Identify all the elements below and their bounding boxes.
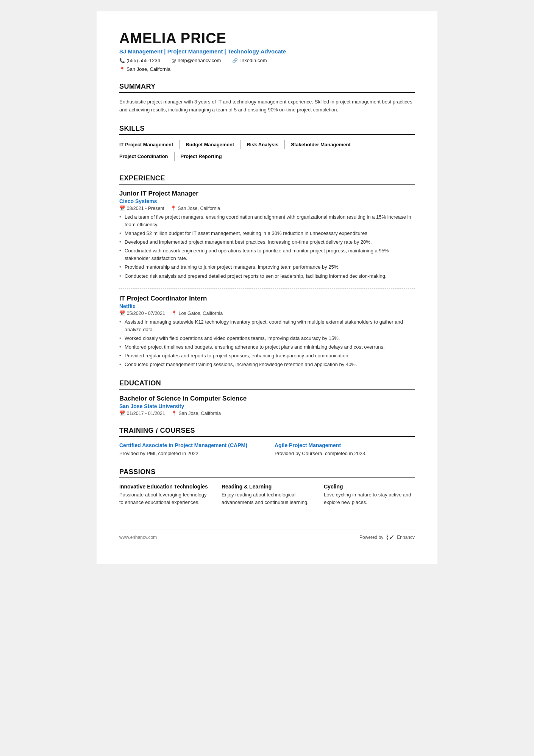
- phone-icon: 📞: [119, 58, 125, 63]
- email-icon: @: [172, 58, 176, 63]
- powered-by-label: Powered by: [359, 535, 383, 540]
- edu-school: San Jose State University: [119, 403, 415, 409]
- training-name-1: Certified Associate in Project Managemen…: [119, 442, 259, 448]
- skill-coordination: Project Coordination: [119, 152, 175, 161]
- job-title-2: IT Project Coordinator Intern: [119, 295, 415, 302]
- skill-stakeholder: Stakeholder Management: [291, 140, 357, 149]
- edu-meta: 📅 01/2017 - 01/2021 📍 San Jose, Californ…: [119, 410, 415, 416]
- bullets-1: Led a team of five project managers, ens…: [119, 213, 415, 280]
- passion-desc-1: Passionate about leveraging technology t…: [119, 491, 210, 506]
- passions-section: PASSIONS Innovative Education Technologi…: [119, 468, 415, 506]
- education-entry-1: Bachelor of Science in Computer Science …: [119, 395, 415, 416]
- header: AMELIA PRICE SJ Management | Project Man…: [119, 30, 415, 72]
- company-2: Netflix: [119, 303, 415, 309]
- passion-title-3: Cycling: [324, 484, 415, 490]
- location-icon-1: 📍 San Jose, California: [170, 205, 220, 211]
- phone-number: (555) 555-1234: [126, 58, 160, 63]
- training-desc-1: Provided by PMI, completed in 2022.: [119, 450, 259, 457]
- brand-name: Enhancv: [397, 535, 415, 540]
- bullet-2-4: Provided regular updates and reports to …: [119, 352, 415, 360]
- calendar-icon-1: 📅 08/2021 - Present: [119, 205, 164, 211]
- location-icon: 📍: [119, 67, 125, 72]
- experience-divider: [119, 288, 415, 289]
- passion-desc-2: Enjoy reading about technological advanc…: [222, 491, 312, 506]
- passions-grid: Innovative Education Technologies Passio…: [119, 484, 415, 506]
- location-contact: 📍 San Jose, California: [119, 66, 170, 72]
- summary-heading: SUMMARY: [119, 83, 415, 93]
- resume-page: AMELIA PRICE SJ Management | Project Man…: [97, 11, 437, 564]
- passion-item-2: Reading & Learning Enjoy reading about t…: [222, 484, 312, 506]
- edu-calendar-icon: 📅 01/2017 - 01/2021: [119, 410, 165, 416]
- experience-section: EXPERIENCE Junior IT Project Manager Cis…: [119, 174, 415, 369]
- education-section: EDUCATION Bachelor of Science in Compute…: [119, 379, 415, 416]
- passions-heading: PASSIONS: [119, 468, 415, 478]
- brand-icon: ⌇✓: [386, 533, 395, 542]
- skills-row-1: IT Project Management Budget Management …: [119, 140, 415, 152]
- bullet-1-3: Developed and implemented project manage…: [119, 238, 415, 246]
- page-footer: www.enhancv.com Powered by ⌇✓ Enhancv: [119, 529, 415, 542]
- email-contact: @ help@enhancv.com: [172, 58, 221, 63]
- training-grid: Certified Associate in Project Managemen…: [119, 442, 415, 457]
- contact-row: 📞 (555) 555-1234 @ help@enhancv.com 🔗 li…: [119, 58, 415, 63]
- skills-heading: SKILLS: [119, 125, 415, 135]
- skill-budget: Budget Management: [186, 140, 240, 149]
- candidate-name: AMELIA PRICE: [119, 30, 415, 47]
- passion-item-1: Innovative Education Technologies Passio…: [119, 484, 210, 506]
- summary-section: SUMMARY Enthusiastic project manager wit…: [119, 83, 415, 114]
- skills-section: SKILLS IT Project Management Budget Mana…: [119, 125, 415, 164]
- bullet-1-1: Led a team of five project managers, ens…: [119, 213, 415, 229]
- location-icon-2: 📍 Los Gatos, California: [171, 310, 223, 316]
- bullet-1-5: Provided mentorship and training to juni…: [119, 263, 415, 271]
- job-title-1: Junior IT Project Manager: [119, 190, 415, 197]
- experience-entry-1: Junior IT Project Manager Cisco Systems …: [119, 190, 415, 280]
- skill-reporting: Project Reporting: [181, 152, 228, 161]
- footer-website: www.enhancv.com: [119, 535, 157, 540]
- experience-entry-2: IT Project Coordinator Intern Netflix 📅 …: [119, 295, 415, 369]
- training-item-2: Agile Project Management Provided by Cou…: [275, 442, 415, 457]
- linkedin-url: linkedin.com: [239, 58, 267, 63]
- calendar-icon-2: 📅 05/2020 - 07/2021: [119, 310, 165, 316]
- experience-heading: EXPERIENCE: [119, 174, 415, 185]
- bullets-2: Assisted in managing statewide K12 techn…: [119, 318, 415, 369]
- linkedin-contact: 🔗 linkedin.com: [232, 58, 267, 63]
- bullet-2-3: Monitored project timelines and budgets,…: [119, 343, 415, 351]
- footer-brand: Powered by ⌇✓ Enhancv: [359, 533, 415, 542]
- skill-it-pm: IT Project Management: [119, 140, 180, 149]
- training-heading: TRAINING / COURSES: [119, 427, 415, 437]
- bullet-2-1: Assisted in managing statewide K12 techn…: [119, 318, 415, 333]
- edu-degree: Bachelor of Science in Computer Science: [119, 395, 415, 402]
- passion-title-1: Innovative Education Technologies: [119, 484, 210, 490]
- passion-title-2: Reading & Learning: [222, 484, 312, 490]
- education-heading: EDUCATION: [119, 379, 415, 390]
- email-address: help@enhancv.com: [178, 58, 221, 63]
- company-1: Cisco Systems: [119, 198, 415, 204]
- bullet-1-6: Conducted risk analysis and prepared det…: [119, 272, 415, 280]
- exp-meta-1: 📅 08/2021 - Present 📍 San Jose, Californ…: [119, 205, 415, 211]
- skills-row-2: Project Coordination Project Reporting: [119, 152, 415, 164]
- training-item-1: Certified Associate in Project Managemen…: [119, 442, 259, 457]
- training-section: TRAINING / COURSES Certified Associate i…: [119, 427, 415, 457]
- bullet-1-4: Coordinated with network engineering and…: [119, 247, 415, 262]
- candidate-title: SJ Management | Project Management | Tec…: [119, 48, 415, 55]
- training-name-2: Agile Project Management: [275, 442, 415, 448]
- edu-location-icon: 📍 San Jose, California: [171, 410, 221, 416]
- summary-text: Enthusiastic project manager with 3 year…: [119, 98, 415, 114]
- bullet-1-2: Managed $2 million budget for IT asset m…: [119, 230, 415, 237]
- phone-contact: 📞 (555) 555-1234: [119, 58, 160, 63]
- training-desc-2: Provided by Coursera, completed in 2023.: [275, 450, 415, 457]
- exp-meta-2: 📅 05/2020 - 07/2021 📍 Los Gatos, Califor…: [119, 310, 415, 316]
- link-icon: 🔗: [232, 58, 238, 63]
- passion-item-3: Cycling Love cycling in nature to stay a…: [324, 484, 415, 506]
- location-text: San Jose, California: [126, 66, 170, 72]
- bullet-2-2: Worked closely with field operations and…: [119, 335, 415, 342]
- bullet-2-5: Conducted project management training se…: [119, 361, 415, 368]
- skill-risk: Risk Analysis: [247, 140, 285, 149]
- location-row: 📍 San Jose, California: [119, 66, 415, 72]
- passion-desc-3: Love cycling in nature to stay active an…: [324, 491, 415, 506]
